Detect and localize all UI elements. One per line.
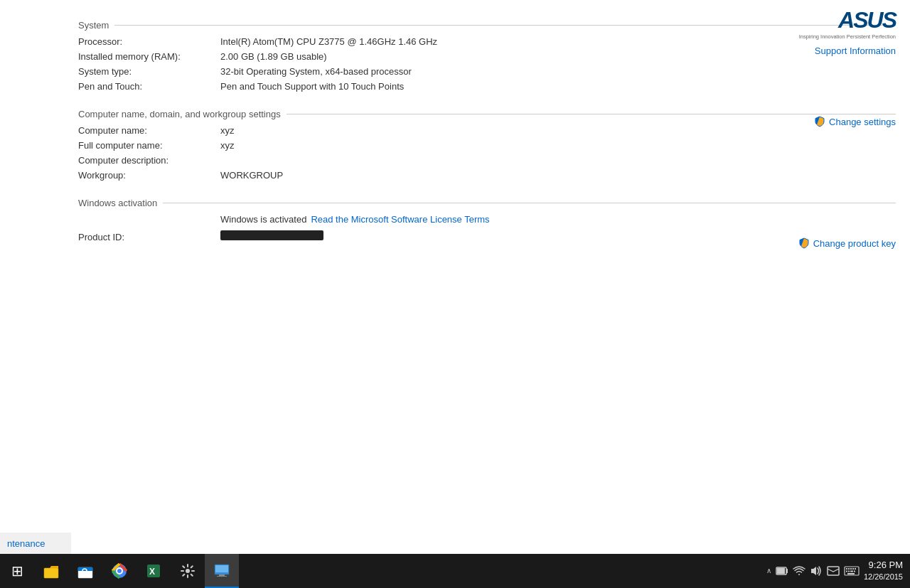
ram-row: Installed memory (RAM): 2.00 GB (1.89 GB… [78,51,896,62]
svg-rect-0 [44,568,58,578]
shield-icon-settings [814,116,825,127]
svg-rect-29 [847,573,855,574]
svg-rect-28 [854,570,855,572]
file-explorer-icon [43,562,60,579]
file-explorer-taskbar[interactable] [34,554,68,588]
svg-point-6 [117,569,122,573]
product-id-label: Product ID: [78,232,220,242]
computer-name-label: Computer name: [78,125,220,136]
computer-name-value: xyz [220,125,235,136]
computer-info-rows: Computer name: xyz Full computer name: x… [78,125,896,181]
battery-icon [776,566,788,576]
volume-icon [810,565,823,577]
svg-rect-23 [852,568,854,570]
svg-point-9 [186,569,190,573]
workgroup-value: WORKGROUP [220,170,283,181]
asus-logo-text: ASUS [799,7,896,33]
svg-marker-17 [811,567,816,575]
svg-rect-16 [777,568,785,574]
chevron-icon[interactable]: ∧ [766,567,771,574]
product-id-redacted [220,230,323,240]
clock-time: 9:26 PM [864,559,903,572]
system-type-row: System type: 32-bit Operating System, x6… [78,66,896,77]
keyboard-icon[interactable] [844,565,860,577]
change-product-key-container[interactable]: Change product key [798,237,896,249]
svg-rect-22 [850,568,852,570]
svg-rect-20 [846,568,847,570]
change-product-key-link[interactable]: Change product key [813,238,896,249]
sidebar-partial: ntenance [0,533,71,554]
processor-value: Intel(R) Atom(TM) CPU Z3775 @ 1.46GHz 1.… [220,36,437,47]
svg-rect-27 [850,570,853,572]
support-information-link[interactable]: Support Information [799,46,896,56]
notification-icon[interactable] [827,565,840,577]
taskbar-right: ∧ [766,559,910,583]
clock-date: 12/26/2015 [864,572,903,582]
pen-touch-row: Pen and Touch: Pen and Touch Support wit… [78,81,896,92]
svg-rect-13 [217,576,227,577]
full-computer-name-row: Full computer name: xyz [78,140,896,151]
ram-value: 2.00 GB (1.89 GB usable) [220,51,327,62]
processor-label: Processor: [78,36,220,47]
svg-rect-26 [848,570,850,572]
chrome-icon [112,563,127,579]
system-type-value: 32-bit Operating System, x64-based proce… [220,66,412,77]
change-settings-link[interactable]: Change settings [829,117,896,127]
asus-logo: ASUS Inspiring Innovation Persistent Per… [799,7,896,40]
windows-store-taskbar[interactable] [68,554,102,588]
processor-row: Processor: Intel(R) Atom(TM) CPU Z3775 @… [78,36,896,47]
excel-taskbar[interactable]: X [136,554,171,588]
full-computer-name-label: Full computer name: [78,140,220,151]
taskbar-apps: ⊞ [0,554,239,588]
computer-section-label: Computer name, domain, and workgroup set… [78,109,287,119]
asus-tagline: Inspiring Innovation Persistent Perfecti… [799,33,896,40]
asus-panel: ASUS Inspiring Innovation Persistent Per… [799,7,896,56]
taskbar-clock[interactable]: 9:26 PM 12/26/2015 [864,559,903,583]
start-button[interactable]: ⊞ [0,554,34,588]
workgroup-label: Workgroup: [78,170,220,181]
settings-taskbar[interactable] [171,554,205,588]
change-settings-container[interactable]: Change settings [814,116,896,127]
excel-icon: X [146,563,161,579]
computer-description-label: Computer description: [78,155,220,166]
system-info-rows: Processor: Intel(R) Atom(TM) CPU Z3775 @… [78,36,896,92]
svg-rect-15 [786,569,788,573]
activation-rows: Windows is activated Read the Microsoft … [78,214,896,242]
wifi-icon [793,565,805,577]
shield-icon-key [798,237,810,249]
system-section-label: System [78,20,114,31]
workgroup-row: Workgroup: WORKGROUP [78,170,896,181]
activation-status: Windows is activated [220,214,306,225]
computer-description-row: Computer description: [78,155,896,166]
control-panel-icon [213,562,230,578]
pen-touch-value: Pen and Touch Support with 10 Touch Poin… [220,81,404,92]
svg-rect-11 [215,565,228,572]
ms-license-link[interactable]: Read the Microsoft Software License Term… [311,214,489,225]
svg-text:X: X [149,567,155,577]
product-id-row: Product ID: [78,230,896,242]
full-computer-name-value: xyz [220,140,235,151]
svg-rect-21 [848,568,850,570]
svg-rect-18 [828,567,839,575]
svg-rect-25 [846,570,847,572]
taskbar: ⊞ [0,554,910,588]
store-icon [77,563,93,579]
chrome-taskbar[interactable] [102,554,136,588]
svg-rect-24 [855,568,856,570]
pen-touch-label: Pen and Touch: [78,81,220,92]
system-type-label: System type: [78,66,220,77]
activation-status-row: Windows is activated Read the Microsoft … [78,214,896,225]
system-control-taskbar[interactable] [205,554,239,588]
sidebar-partial-text: ntenance [7,538,46,549]
ram-label: Installed memory (RAM): [78,51,220,62]
activation-section-label: Windows activation [78,198,163,208]
svg-rect-12 [219,574,225,576]
settings-icon [180,563,196,579]
computer-name-row: Computer name: xyz [78,125,896,136]
